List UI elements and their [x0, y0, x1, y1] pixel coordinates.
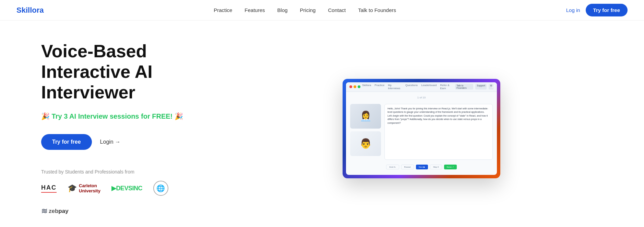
app-controls: End 2+ Restart Next ▶ Skip 0 Done ✓ — [350, 163, 493, 171]
titlebar-actions: Talk to Founders Support ⚙ — [455, 84, 493, 89]
interview-counter: 1 of 10 — [350, 96, 493, 99]
video-panels: 👩‍💼 👨 — [350, 104, 381, 160]
hero-content: Voice-Based Interactive AI Interviewer 🎉… — [41, 41, 206, 216]
titlebar-dots — [349, 85, 360, 88]
ai-video-panel: 👩‍💼 — [350, 104, 381, 129]
login-button-hero[interactable]: Login → — [100, 139, 121, 145]
nav-features[interactable]: Features — [245, 7, 265, 13]
app-talk-founders[interactable]: Talk to Founders — [455, 84, 473, 89]
app-nav-practice[interactable]: Practice — [374, 84, 384, 90]
app-nav-interviews[interactable]: My Interviews — [388, 84, 402, 90]
user-avatar: 👨 — [360, 138, 372, 149]
hero-title: Voice-Based Interactive AI Interviewer — [41, 41, 206, 103]
hero-screenshot: Skillora Practice My Interviews Question… — [206, 79, 617, 178]
fullscreen-icon[interactable]: ⤢ — [491, 84, 496, 89]
trusted-logos: HAC 🎓 CarletonUniversity ▶DEVSINC 🌐 — [41, 181, 206, 216]
nav-practice[interactable]: Practice — [214, 7, 232, 13]
hero-section: Voice-Based Interactive AI Interviewer 🎉… — [0, 21, 644, 227]
app-nav-brand: Skillora — [362, 84, 371, 90]
nav-actions: Log in Try for free — [566, 4, 628, 16]
ai-avatar: 👩‍💼 — [360, 110, 372, 122]
chat-area: Hello, John! Thank you for joining this … — [384, 104, 493, 160]
hero-cta: Try for free Login → — [41, 134, 206, 150]
end-button[interactable]: End 2+ — [386, 165, 399, 169]
trusted-text: Trusted by Students and Professionals fr… — [41, 169, 206, 175]
app-support[interactable]: Support — [475, 84, 487, 89]
chat-text: Hello, John! Thank you for joining this … — [387, 107, 490, 125]
interview-content: 👩‍💼 👨 Hello, John! Thank you for joining… — [350, 104, 493, 160]
trusted-section: Trusted by Students and Professionals fr… — [41, 169, 206, 216]
nav-pricing[interactable]: Pricing — [300, 7, 316, 13]
app-body: 1 of 10 👩‍💼 👨 Hello, John! Thank you for — [346, 92, 497, 175]
done-button[interactable]: Done ✓ — [444, 165, 457, 169]
minimize-dot — [354, 85, 356, 88]
brand-logo[interactable]: Skillora — [16, 6, 44, 15]
try-for-free-button-nav[interactable]: Try for free — [586, 4, 628, 16]
logo-zebpay: ≋ zebpay — [41, 207, 69, 216]
nav-blog[interactable]: Blog — [277, 7, 288, 13]
app-screenshot-container: Skillora Practice My Interviews Question… — [343, 79, 500, 178]
subtitle-text: Try 3 AI Interview sessions for FREE! — [52, 112, 173, 120]
app-nav: Skillora Practice My Interviews Question… — [362, 84, 453, 90]
skip-button[interactable]: Skip 0 — [430, 165, 442, 169]
restart-button[interactable]: Restart — [401, 165, 414, 169]
navbar: Skillora Practice Features Blog Pricing … — [0, 0, 644, 21]
expand-dot — [358, 85, 360, 88]
next-button[interactable]: Next ▶ — [416, 165, 428, 169]
logo-devsinc: ▶DEVSINC — [111, 184, 142, 192]
app-nav-questions[interactable]: Questions — [405, 84, 418, 90]
logo-emblem: 🌐 — [153, 181, 168, 196]
login-button[interactable]: Log in — [566, 7, 580, 13]
app-nav-leaderboard[interactable]: Leaderboard — [421, 84, 437, 90]
nav-contact[interactable]: Contact — [328, 7, 346, 13]
hero-subtitle: 🎉 Try 3 AI Interview sessions for FREE! … — [41, 112, 206, 120]
app-window: Skillora Practice My Interviews Question… — [346, 82, 497, 175]
subtitle-emoji-left: 🎉 — [41, 112, 50, 120]
logo-carleton: 🎓 CarletonUniversity — [68, 183, 100, 194]
app-titlebar: Skillora Practice My Interviews Question… — [346, 82, 497, 92]
subtitle-emoji-right: 🎉 — [175, 112, 183, 120]
user-video-panel: 👨 — [350, 131, 381, 156]
nav-talk-to-founders[interactable]: Talk to Founders — [358, 7, 396, 13]
nav-links: Practice Features Blog Pricing Contact T… — [214, 7, 396, 13]
try-for-free-button-hero[interactable]: Try for free — [41, 134, 92, 150]
logo-hac: HAC — [41, 184, 57, 193]
close-dot — [349, 85, 352, 88]
app-nav-refer[interactable]: Refer & Earn — [440, 84, 454, 90]
